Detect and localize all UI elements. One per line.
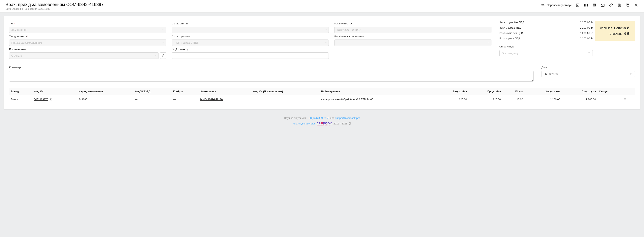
copy-icon: [626, 3, 630, 7]
cell-sale-price: 120.00: [468, 95, 502, 104]
link-icon: [609, 3, 613, 7]
remain-label: Залишок: [600, 26, 612, 29]
mail-button[interactable]: [600, 3, 605, 7]
save-button[interactable]: [617, 3, 622, 7]
menu-icon: [623, 97, 626, 101]
created-at: Дата Створення: 06 березня 2023, 15:40: [6, 7, 104, 10]
th-sale-price[interactable]: Прод. ціна: [468, 88, 502, 95]
cell-name: Фильтр масляный Opel Astra G 1.7TD 94-05: [320, 95, 433, 104]
form-col-1: Тип* Замовлення Тип документа* Прихід за…: [9, 21, 166, 59]
save-icon: [617, 3, 622, 7]
th-uktzed[interactable]: Код УКТЗЕД: [133, 88, 172, 95]
supplier-req-label: Реквізити постачальника: [334, 35, 492, 38]
link-button[interactable]: [609, 3, 614, 7]
payby-date-input[interactable]: Оберіть дату: [500, 50, 593, 56]
copy-partcode-button[interactable]: [50, 98, 52, 101]
close-icon: [634, 3, 638, 7]
sto-req-label: Реквізити СТО: [334, 22, 492, 25]
cell-cell: —: [172, 95, 199, 104]
chevron-down-icon: [162, 41, 164, 44]
wh-out-select[interactable]: [172, 27, 329, 33]
partcode-link[interactable]: 0451103370: [34, 98, 48, 101]
cell-status: [597, 95, 622, 104]
payby-label: Сплатити до: [500, 45, 593, 48]
th-sale-sum[interactable]: Прод. сума: [562, 88, 598, 95]
wh-in-label: Склад приходу: [172, 35, 329, 38]
th-order-doc[interactable]: Наряд-замовлення: [77, 88, 133, 95]
doctype-select[interactable]: Прихід за замовленням: [9, 39, 166, 46]
th-pur-sum[interactable]: Закуп. сума: [524, 88, 562, 95]
th-brand[interactable]: Бренд: [9, 88, 32, 95]
sto-req-select[interactable]: ТОВ "СОФТ" (з ПДВ): [334, 27, 492, 33]
calendar-icon: [630, 73, 633, 75]
svg-rect-1: [627, 4, 629, 6]
balance-highlight: Залишок 1 200,00 ₴ Сплачено 0 ₴: [595, 21, 635, 41]
docnum-label: № Документу: [172, 48, 329, 51]
calendar-icon: [588, 52, 590, 55]
chevron-down-icon: [487, 28, 490, 31]
header-actions: Перевести у статус: [541, 2, 638, 7]
supplier-link-button[interactable]: [160, 52, 166, 59]
page-header: Врах. прихід за замовленням COM-6342-416…: [0, 0, 644, 12]
barcode-button[interactable]: [584, 3, 588, 7]
export-icon: [576, 3, 580, 7]
registered-icon: R: [349, 122, 352, 125]
cell-pur-sum: 1 200.00: [524, 95, 562, 104]
total-row: Розр. сума з ПДВ1 200,00 ₴: [500, 37, 593, 40]
export-button[interactable]: [575, 3, 580, 7]
cell-qty: 10.00: [502, 95, 524, 104]
cell-supplier-code: [251, 95, 320, 104]
th-pur-price[interactable]: Закуп. ціна: [433, 88, 468, 95]
change-status-label: Перевести у статус: [547, 3, 572, 7]
mail-icon: [600, 3, 605, 7]
th-supplier-code[interactable]: Код З/Ч (Постачальник): [251, 88, 320, 95]
th-status[interactable]: Статус: [597, 88, 622, 95]
link-icon: [162, 54, 165, 57]
docnum-input[interactable]: [172, 52, 329, 59]
type-select[interactable]: Замовлення: [9, 27, 166, 33]
total-row: Закуп. сума без ПДВ1 200,00 ₴: [500, 21, 593, 24]
paid-value[interactable]: 0 ₴: [624, 32, 629, 35]
copy-button[interactable]: [625, 3, 630, 7]
header-left: Врах. прихід за замовленням COM-6342-416…: [6, 2, 104, 10]
th-name[interactable]: Найменування: [320, 88, 433, 95]
cell-order: MMO-6342-848180: [199, 95, 251, 104]
print-icon: [592, 3, 596, 7]
order-link[interactable]: MMO-6342-848180: [200, 98, 223, 101]
print-button[interactable]: [592, 3, 597, 7]
cell-sale-sum: 1 200.00: [562, 95, 598, 104]
supplier-select[interactable]: Омега S: [9, 52, 159, 59]
table-row: Bosch 0451103370 848180 — — MMO-6342-848…: [9, 95, 635, 104]
support-email-link[interactable]: support@carbook.pro: [335, 117, 360, 119]
carbook-logo: CAЯBOOK cause we love the cars: [316, 121, 332, 126]
swap-icon: [541, 3, 545, 7]
th-qty[interactable]: Кіл-ть: [502, 88, 524, 95]
date-input[interactable]: 06.03.2023: [542, 71, 635, 77]
th-partcode[interactable]: Код З/Ч: [32, 88, 77, 95]
date-label: Дата: [542, 66, 635, 69]
change-status-button[interactable]: Перевести у статус: [541, 3, 572, 7]
parts-table: Бренд Код З/Ч Наряд-замовлення Код УКТЗЕ…: [9, 88, 635, 104]
support-phone-link[interactable]: +38(044) 389-3355: [307, 117, 329, 119]
wh-in-select[interactable]: ФОП приход з ПДВ: [172, 39, 329, 46]
user-agreement-link[interactable]: Користувача угода: [292, 122, 315, 125]
chevron-down-icon: [487, 41, 490, 44]
page-footer: Служба підтримки: +38(044) 389-3355 або …: [4, 109, 640, 130]
row-menu-button[interactable]: [622, 95, 635, 104]
supplier-req-select[interactable]: [334, 39, 492, 46]
comment-textarea[interactable]: [9, 71, 534, 82]
close-button[interactable]: [634, 3, 638, 7]
total-row: Закуп. сума з ПДВ1 200,00 ₴: [500, 26, 593, 29]
form-col-3: Реквізити СТО ТОВ "СОФТ" (з ПДВ) Реквізи…: [334, 21, 492, 59]
svg-rect-3: [630, 73, 632, 75]
th-order[interactable]: Замовлення: [199, 88, 251, 95]
table-header-row: Бренд Код З/Ч Наряд-замовлення Код УКТЗЕ…: [9, 88, 635, 95]
main-card: Тип* Замовлення Тип документа* Прихід за…: [4, 16, 640, 109]
th-cell[interactable]: Комірка: [172, 88, 199, 95]
cell-pur-price: 120.00: [433, 95, 468, 104]
remain-value[interactable]: 1 200,00 ₴: [614, 26, 629, 30]
comment-label: Коментар: [9, 66, 534, 69]
footer-years: 2015 - 2023: [334, 122, 347, 125]
chevron-down-icon: [324, 41, 327, 44]
cell-partcode: 0451103370: [32, 95, 77, 104]
